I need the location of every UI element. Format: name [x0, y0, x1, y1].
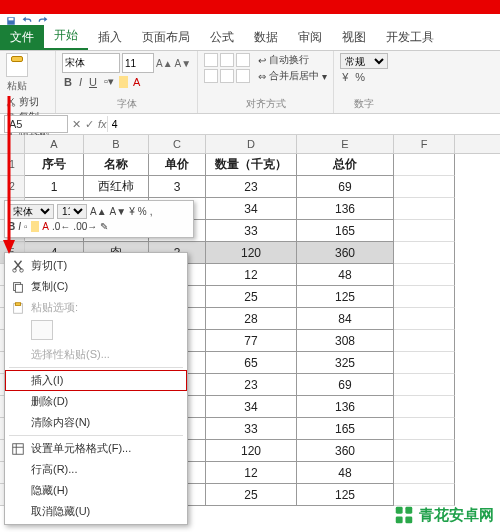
cell[interactable]: 12 [206, 264, 297, 286]
mini-increase-decimal-icon[interactable]: .00→ [73, 221, 97, 232]
cell[interactable] [394, 154, 455, 176]
ctx-cut[interactable]: 剪切(T) [5, 255, 187, 276]
merge-center-button[interactable]: ⇔合并后居中 ▾ [258, 69, 327, 83]
mini-border-icon[interactable]: ▫ [24, 221, 28, 232]
cell[interactable] [394, 374, 455, 396]
col-header-a[interactable]: A [25, 135, 84, 153]
cell[interactable]: 3 [149, 176, 206, 198]
cell[interactable]: 25 [206, 484, 297, 506]
cell[interactable] [394, 198, 455, 220]
save-icon[interactable] [6, 16, 16, 26]
ctx-format-cells[interactable]: 设置单元格格式(F)... [5, 438, 187, 459]
cell[interactable] [394, 418, 455, 440]
cell[interactable]: 名称 [84, 154, 149, 176]
cell[interactable]: 360 [297, 440, 394, 462]
tab-dev[interactable]: 开发工具 [376, 25, 444, 50]
tab-formula[interactable]: 公式 [200, 25, 244, 50]
select-all-corner[interactable] [0, 135, 25, 153]
cell[interactable]: 136 [297, 198, 394, 220]
mini-decrease-decimal-icon[interactable]: .0← [52, 221, 70, 232]
col-header-b[interactable]: B [84, 135, 149, 153]
ctx-unhide[interactable]: 取消隐藏(U) [5, 501, 187, 522]
paste-button[interactable]: 粘贴 [6, 53, 28, 93]
cell[interactable] [394, 352, 455, 374]
font-size-input[interactable] [122, 53, 154, 73]
tab-file[interactable]: 文件 [0, 25, 44, 50]
percent-button[interactable]: % [353, 71, 367, 83]
cell[interactable] [394, 242, 455, 264]
mini-percent-icon[interactable]: % [138, 206, 147, 217]
cell[interactable] [394, 220, 455, 242]
redo-icon[interactable] [38, 16, 48, 26]
cell[interactable]: 120 [206, 242, 297, 264]
font-color-button[interactable]: A [131, 76, 142, 88]
cell[interactable]: 33 [206, 220, 297, 242]
mini-shrink-font-icon[interactable]: A▼ [110, 206, 127, 217]
cell[interactable]: 65 [206, 352, 297, 374]
cell[interactable]: 69 [297, 374, 394, 396]
cell[interactable]: 165 [297, 220, 394, 242]
tab-view[interactable]: 视图 [332, 25, 376, 50]
italic-button[interactable]: I [77, 76, 84, 88]
alignment-grid[interactable] [204, 53, 250, 83]
undo-icon[interactable] [22, 16, 32, 26]
mini-comma-icon[interactable]: , [150, 206, 153, 217]
formula-bar[interactable] [107, 116, 500, 132]
ctx-insert[interactable]: 插入(I) [5, 370, 187, 391]
ctx-hide[interactable]: 隐藏(H) [5, 480, 187, 501]
cell[interactable]: 77 [206, 330, 297, 352]
mini-bold-button[interactable]: B [8, 221, 15, 232]
tab-data[interactable]: 数据 [244, 25, 288, 50]
mini-font-color-icon[interactable]: A [42, 221, 49, 232]
paste-option-1[interactable] [31, 320, 53, 340]
cell[interactable]: 136 [297, 396, 394, 418]
ctx-delete[interactable]: 删除(D) [5, 391, 187, 412]
cell[interactable]: 325 [297, 352, 394, 374]
cell[interactable] [394, 330, 455, 352]
cell[interactable]: 308 [297, 330, 394, 352]
col-header-f[interactable]: F [394, 135, 455, 153]
cell[interactable]: 120 [206, 440, 297, 462]
wrap-text-button[interactable]: ↩自动换行 [258, 53, 327, 67]
col-header-e[interactable]: E [297, 135, 394, 153]
mini-format-painter-icon[interactable]: ✎ [100, 221, 108, 232]
cell[interactable]: 序号 [25, 154, 84, 176]
underline-button[interactable]: U [87, 76, 99, 88]
cell[interactable]: 34 [206, 396, 297, 418]
cut-button[interactable]: 剪切 [6, 95, 49, 109]
cell[interactable]: 125 [297, 286, 394, 308]
cell[interactable]: 12 [206, 462, 297, 484]
cell[interactable]: 84 [297, 308, 394, 330]
cell[interactable] [394, 176, 455, 198]
fill-color-button[interactable] [119, 76, 128, 88]
mini-font-name[interactable]: 宋体 [8, 204, 54, 219]
row-header[interactable]: 2 [0, 176, 25, 198]
cell[interactable]: 360 [297, 242, 394, 264]
name-box[interactable]: A5 [4, 115, 68, 133]
cell[interactable]: 34 [206, 198, 297, 220]
cell[interactable]: 48 [297, 264, 394, 286]
cell[interactable] [394, 484, 455, 506]
cell[interactable]: 25 [206, 286, 297, 308]
tab-insert[interactable]: 插入 [88, 25, 132, 50]
confirm-icon[interactable]: ✓ [85, 118, 94, 131]
bold-button[interactable]: B [62, 76, 74, 88]
cell[interactable]: 33 [206, 418, 297, 440]
cell[interactable] [394, 396, 455, 418]
cell[interactable]: 69 [297, 176, 394, 198]
mini-currency-icon[interactable]: ¥ [129, 206, 135, 217]
col-header-c[interactable]: C [149, 135, 206, 153]
decrease-font-icon[interactable]: A▼ [175, 58, 192, 69]
cell[interactable] [394, 264, 455, 286]
cell[interactable]: 总价 [297, 154, 394, 176]
mini-fill-icon[interactable] [31, 221, 40, 232]
tab-layout[interactable]: 页面布局 [132, 25, 200, 50]
mini-font-size[interactable]: 11 [57, 204, 87, 219]
cell[interactable]: 125 [297, 484, 394, 506]
cell[interactable]: 单价 [149, 154, 206, 176]
ctx-copy[interactable]: 复制(C) [5, 276, 187, 297]
col-header-d[interactable]: D [206, 135, 297, 153]
cell[interactable] [394, 462, 455, 484]
ctx-row-height[interactable]: 行高(R)... [5, 459, 187, 480]
cell[interactable]: 165 [297, 418, 394, 440]
